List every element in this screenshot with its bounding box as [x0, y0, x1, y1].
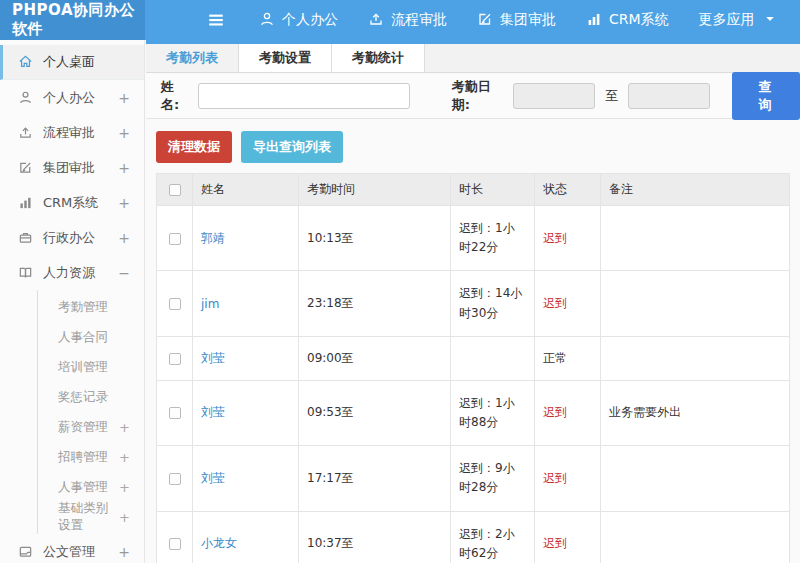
- attendance-time-cell: 09:00至: [299, 336, 451, 380]
- book-icon: [18, 265, 34, 281]
- row-checkbox[interactable]: [169, 473, 181, 485]
- duration-cell: 迟到：1小时22分: [451, 206, 535, 271]
- attendance-time-cell: 23:18至: [299, 271, 451, 336]
- tab-1[interactable]: 考勤设置: [239, 44, 332, 72]
- sidebar-item-2[interactable]: 流程审批 +: [0, 115, 144, 150]
- date-label: 考勤日期:: [452, 78, 505, 114]
- date-from-input[interactable]: [513, 83, 595, 109]
- sidebar-item-4[interactable]: CRM系统 +: [0, 185, 144, 220]
- employee-name-link[interactable]: jim: [201, 297, 219, 311]
- note-cell: [601, 446, 790, 511]
- sidebar-subitem-2[interactable]: 培训管理: [38, 352, 144, 382]
- employee-name-link[interactable]: 刘莹: [201, 471, 225, 485]
- topnav-item-2[interactable]: 集团审批: [477, 11, 556, 30]
- name-input[interactable]: [198, 83, 410, 109]
- clean-data-button[interactable]: 清理数据: [156, 131, 232, 163]
- expand-toggle-icon[interactable]: +: [119, 480, 130, 495]
- sidebar-item-3[interactable]: 集团审批 +: [0, 150, 144, 185]
- expand-toggle-icon[interactable]: +: [118, 90, 130, 106]
- sidebar-subitem-1[interactable]: 人事合同: [38, 322, 144, 352]
- sidebar-item-5[interactable]: 行政办公 +: [0, 220, 144, 255]
- expand-toggle-icon[interactable]: +: [118, 230, 130, 246]
- query-button[interactable]: 查 询: [732, 72, 800, 120]
- menu-toggle-button[interactable]: [207, 0, 225, 40]
- sidebar-subitem-4[interactable]: 薪资管理 +: [38, 412, 144, 442]
- caret-down-icon: [762, 11, 778, 30]
- sidebar-item-7[interactable]: 公文管理 +: [0, 534, 144, 563]
- topnav-item-0[interactable]: 个人办公: [259, 11, 338, 30]
- search-bar: 姓名: 考勤日期: 至 查 询: [146, 73, 800, 119]
- status-cell: 迟到: [535, 271, 601, 336]
- attendance-time-cell: 10:13至: [299, 206, 451, 271]
- row-checkbox[interactable]: [169, 407, 181, 419]
- expand-toggle-icon[interactable]: +: [118, 160, 130, 176]
- expand-toggle-icon[interactable]: +: [118, 544, 130, 560]
- col-name: 姓名: [193, 174, 299, 206]
- col-status: 状态: [535, 174, 601, 206]
- col-time: 考勤时间: [299, 174, 451, 206]
- note-cell: [601, 511, 790, 563]
- topnav-item-1[interactable]: 流程审批: [368, 11, 447, 30]
- tab-0[interactable]: 考勤列表: [146, 44, 239, 72]
- attendance-table-wrapper: 姓名 考勤时间 时长 状态 备注 郭靖 10:13至 迟到：1小时22分 迟到 …: [146, 173, 800, 563]
- status-cell: 正常: [535, 336, 601, 380]
- sidebar-subitem-3[interactable]: 奖惩记录: [38, 382, 144, 412]
- attendance-time-cell: 10:37至: [299, 511, 451, 563]
- tab-2[interactable]: 考勤统计: [332, 44, 425, 72]
- sidebar-subitem-0[interactable]: 考勤管理: [38, 292, 144, 322]
- expand-toggle-icon[interactable]: +: [118, 195, 130, 211]
- sidebar-subitem-6[interactable]: 人事管理 +: [38, 472, 144, 502]
- status-cell: 迟到: [535, 511, 601, 563]
- col-duration: 时长: [451, 174, 535, 206]
- expand-toggle-icon[interactable]: +: [119, 450, 130, 465]
- table-row: 刘莹 09:00至 正常: [157, 336, 790, 380]
- attendance-time-cell: 17:17至: [299, 446, 451, 511]
- duration-cell: 迟到：1小时88分: [451, 380, 535, 445]
- export-list-button[interactable]: 导出查询列表: [241, 131, 343, 163]
- status-cell: 迟到: [535, 380, 601, 445]
- row-checkbox[interactable]: [169, 233, 181, 245]
- topnav-item-4[interactable]: 更多应用: [699, 11, 778, 30]
- expand-toggle-icon[interactable]: +: [119, 420, 130, 435]
- employee-name-link[interactable]: 郭靖: [201, 231, 225, 245]
- topnav-item-3[interactable]: CRM系统: [586, 11, 669, 30]
- duration-cell: 迟到：9小时28分: [451, 446, 535, 511]
- expand-toggle-icon[interactable]: +: [118, 125, 130, 141]
- note-cell: [601, 206, 790, 271]
- employee-name-link[interactable]: 小龙女: [201, 536, 237, 550]
- row-checkbox[interactable]: [169, 298, 181, 310]
- col-note: 备注: [601, 174, 790, 206]
- sidebar-item-1[interactable]: 个人办公 +: [0, 80, 144, 115]
- doc-icon: [18, 544, 34, 560]
- employee-name-link[interactable]: 刘莹: [201, 351, 225, 365]
- expand-toggle-icon[interactable]: −: [118, 265, 130, 281]
- sidebar-item-0[interactable]: 个人桌面: [0, 45, 144, 80]
- status-cell: 迟到: [535, 206, 601, 271]
- sidebar-subitem-5[interactable]: 招聘管理 +: [38, 442, 144, 472]
- top-navigation: 个人办公 流程审批 集团审批 CRM系统 更多应用: [259, 0, 778, 40]
- hamburger-icon: [207, 11, 225, 29]
- employee-name-link[interactable]: 刘莹: [201, 405, 225, 419]
- user-icon: [18, 90, 34, 106]
- sidebar-item-6[interactable]: 人力资源 −: [0, 255, 144, 290]
- expand-toggle-icon[interactable]: +: [119, 510, 130, 525]
- edit-icon: [18, 160, 34, 176]
- select-all-checkbox[interactable]: [169, 184, 181, 196]
- flow-icon: [18, 125, 34, 141]
- main-content: 考勤列表考勤设置考勤统计 姓名: 考勤日期: 至 查 询 清理数据 导出查询列表…: [146, 40, 800, 563]
- table-row: 小龙女 10:37至 迟到：2小时62分 迟到: [157, 511, 790, 563]
- user-icon: [259, 11, 275, 30]
- table-row: 刘莹 17:17至 迟到：9小时28分 迟到: [157, 446, 790, 511]
- home-icon: [18, 54, 34, 70]
- sidebar-submenu: 考勤管理 人事合同 培训管理 奖惩记录 薪资管理 + 招聘管理 + 人事管理 +…: [37, 290, 144, 534]
- row-checkbox[interactable]: [169, 538, 181, 550]
- date-to-input[interactable]: [628, 83, 710, 109]
- app-logo: PHPOA协同办公软件: [0, 0, 145, 40]
- chart-icon: [586, 11, 602, 30]
- note-cell: 业务需要外出: [601, 380, 790, 445]
- status-cell: 迟到: [535, 446, 601, 511]
- row-checkbox[interactable]: [169, 353, 181, 365]
- sidebar-subitem-7[interactable]: 基础类别设置 +: [38, 502, 144, 532]
- tab-bar: 考勤列表考勤设置考勤统计: [146, 44, 800, 73]
- sidebar: 个人桌面 个人办公 + 流程审批 + 集团审批 + CRM系统 + 行政办公 +…: [0, 40, 145, 563]
